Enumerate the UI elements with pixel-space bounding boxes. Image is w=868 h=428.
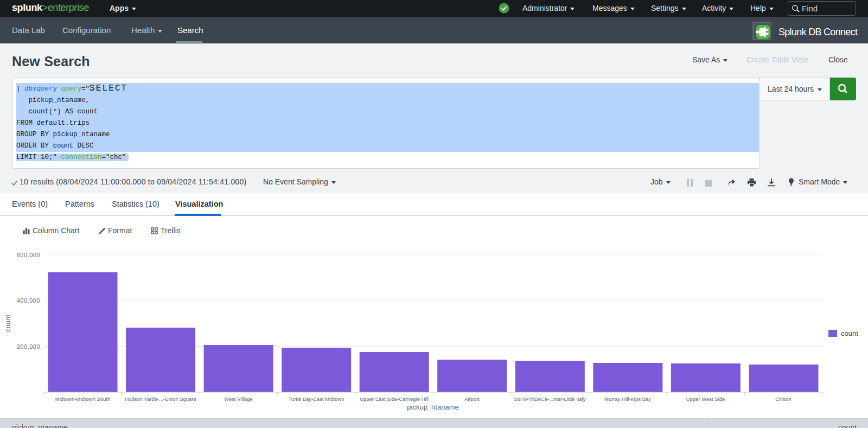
svg-text:count: count <box>841 329 858 337</box>
svg-text:Midtown-Midtown South: Midtown-Midtown South <box>55 396 110 402</box>
svg-text:Upper East Side-Carnegie Hill: Upper East Side-Carnegie Hill <box>360 396 429 402</box>
svg-text:West Village: West Village <box>224 396 252 402</box>
svg-text:Clinton: Clinton <box>775 396 792 402</box>
svg-text:Murray Hill-Kips Bay: Murray Hill-Kips Bay <box>604 396 651 402</box>
svg-text:Upper West Side: Upper West Side <box>686 396 725 402</box>
svg-text:Hudson Yards-...-Union Square: Hudson Yards-...-Union Square <box>125 396 196 402</box>
svg-text:600,000: 600,000 <box>17 252 40 258</box>
svg-text:200,000: 200,000 <box>17 343 40 350</box>
svg-text:SoHo-TriBeCa-...nter-Little It: SoHo-TriBeCa-...nter-Little Italy <box>514 396 585 402</box>
svg-text:Airport: Airport <box>464 396 480 402</box>
svg-text:400,000: 400,000 <box>17 297 40 304</box>
svg-text:count: count <box>4 315 12 332</box>
svg-text:pickup_ntaname: pickup_ntaname <box>407 403 458 411</box>
svg-text:Turtle Bay-East Midtown: Turtle Bay-East Midtown <box>288 396 344 402</box>
